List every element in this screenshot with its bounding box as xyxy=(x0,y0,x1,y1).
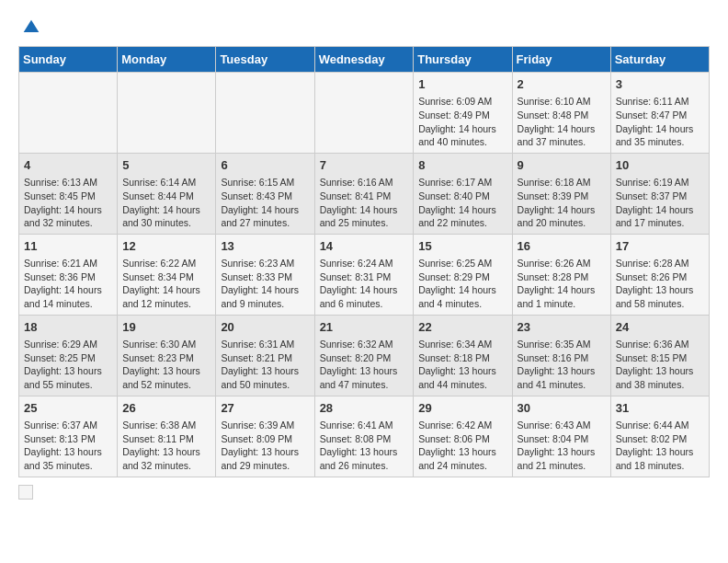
day-number: 4 xyxy=(24,157,112,174)
day-info: Sunrise: 6:28 AM Sunset: 8:26 PM Dayligh… xyxy=(616,257,704,311)
day-number: 26 xyxy=(122,400,210,417)
calendar-row-3: 18Sunrise: 6:29 AM Sunset: 8:25 PM Dayli… xyxy=(19,315,710,396)
header-row: SundayMondayTuesdayWednesdayThursdayFrid… xyxy=(19,47,710,73)
calendar-cell: 28Sunrise: 6:41 AM Sunset: 8:08 PM Dayli… xyxy=(314,396,414,477)
day-info: Sunrise: 6:26 AM Sunset: 8:28 PM Dayligh… xyxy=(518,257,606,311)
day-info: Sunrise: 6:22 AM Sunset: 8:34 PM Dayligh… xyxy=(122,257,210,311)
calendar-table: SundayMondayTuesdayWednesdayThursdayFrid… xyxy=(18,46,710,477)
header-day-saturday: Saturday xyxy=(610,47,709,73)
day-info: Sunrise: 6:18 AM Sunset: 8:39 PM Dayligh… xyxy=(518,176,606,230)
header-day-thursday: Thursday xyxy=(414,47,512,73)
calendar-header: SundayMondayTuesdayWednesdayThursdayFrid… xyxy=(19,47,710,73)
calendar-cell: 29Sunrise: 6:42 AM Sunset: 8:06 PM Dayli… xyxy=(414,396,512,477)
day-info: Sunrise: 6:14 AM Sunset: 8:44 PM Dayligh… xyxy=(122,176,210,230)
day-number: 16 xyxy=(518,238,606,255)
day-info: Sunrise: 6:43 AM Sunset: 8:04 PM Dayligh… xyxy=(518,419,606,473)
svg-marker-0 xyxy=(24,20,40,32)
day-info: Sunrise: 6:44 AM Sunset: 8:02 PM Dayligh… xyxy=(616,419,704,473)
day-info: Sunrise: 6:09 AM Sunset: 8:49 PM Dayligh… xyxy=(418,95,506,149)
day-number: 20 xyxy=(221,319,309,336)
day-info: Sunrise: 6:23 AM Sunset: 8:33 PM Dayligh… xyxy=(221,257,309,311)
day-info: Sunrise: 6:32 AM Sunset: 8:20 PM Dayligh… xyxy=(320,338,409,392)
calendar-cell: 31Sunrise: 6:44 AM Sunset: 8:02 PM Dayli… xyxy=(610,396,709,477)
logo-icon xyxy=(22,18,40,37)
day-info: Sunrise: 6:39 AM Sunset: 8:09 PM Dayligh… xyxy=(221,419,309,473)
day-number: 1 xyxy=(418,76,506,93)
header-day-sunday: Sunday xyxy=(19,47,118,73)
day-number: 31 xyxy=(616,400,704,417)
day-info: Sunrise: 6:16 AM Sunset: 8:41 PM Dayligh… xyxy=(320,176,409,230)
day-number: 12 xyxy=(122,238,210,255)
calendar-row-4: 25Sunrise: 6:37 AM Sunset: 8:13 PM Dayli… xyxy=(19,396,710,477)
calendar-cell: 18Sunrise: 6:29 AM Sunset: 8:25 PM Dayli… xyxy=(19,315,118,396)
day-info: Sunrise: 6:10 AM Sunset: 8:48 PM Dayligh… xyxy=(518,95,606,149)
logo xyxy=(18,18,40,37)
day-info: Sunrise: 6:13 AM Sunset: 8:45 PM Dayligh… xyxy=(24,176,112,230)
calendar-cell: 8Sunrise: 6:17 AM Sunset: 8:40 PM Daylig… xyxy=(414,153,512,234)
calendar-cell: 20Sunrise: 6:31 AM Sunset: 8:21 PM Dayli… xyxy=(216,315,314,396)
day-number: 11 xyxy=(24,238,112,255)
calendar-cell xyxy=(216,73,314,154)
calendar-cell: 22Sunrise: 6:34 AM Sunset: 8:18 PM Dayli… xyxy=(414,315,512,396)
day-number: 21 xyxy=(320,319,409,336)
calendar-cell: 25Sunrise: 6:37 AM Sunset: 8:13 PM Dayli… xyxy=(19,396,118,477)
day-info: Sunrise: 6:36 AM Sunset: 8:15 PM Dayligh… xyxy=(616,338,704,392)
day-info: Sunrise: 6:41 AM Sunset: 8:08 PM Dayligh… xyxy=(320,419,409,473)
day-number: 10 xyxy=(616,157,704,174)
day-number: 29 xyxy=(418,400,506,417)
day-number: 24 xyxy=(616,319,704,336)
day-info: Sunrise: 6:19 AM Sunset: 8:37 PM Dayligh… xyxy=(616,176,704,230)
day-info: Sunrise: 6:34 AM Sunset: 8:18 PM Dayligh… xyxy=(418,338,506,392)
calendar-cell: 14Sunrise: 6:24 AM Sunset: 8:31 PM Dayli… xyxy=(314,234,414,315)
day-info: Sunrise: 6:24 AM Sunset: 8:31 PM Dayligh… xyxy=(320,257,409,311)
day-number: 18 xyxy=(24,319,112,336)
header-day-wednesday: Wednesday xyxy=(314,47,414,73)
calendar-cell: 10Sunrise: 6:19 AM Sunset: 8:37 PM Dayli… xyxy=(610,153,709,234)
calendar-cell: 24Sunrise: 6:36 AM Sunset: 8:15 PM Dayli… xyxy=(610,315,709,396)
day-info: Sunrise: 6:25 AM Sunset: 8:29 PM Dayligh… xyxy=(418,257,506,311)
header-day-monday: Monday xyxy=(118,47,216,73)
calendar-cell: 7Sunrise: 6:16 AM Sunset: 8:41 PM Daylig… xyxy=(314,153,414,234)
day-info: Sunrise: 6:31 AM Sunset: 8:21 PM Dayligh… xyxy=(221,338,309,392)
day-info: Sunrise: 6:29 AM Sunset: 8:25 PM Dayligh… xyxy=(24,338,112,392)
calendar-cell: 13Sunrise: 6:23 AM Sunset: 8:33 PM Dayli… xyxy=(216,234,314,315)
day-info: Sunrise: 6:17 AM Sunset: 8:40 PM Dayligh… xyxy=(418,176,506,230)
calendar-cell: 16Sunrise: 6:26 AM Sunset: 8:28 PM Dayli… xyxy=(512,234,610,315)
legend xyxy=(18,485,710,500)
day-number: 6 xyxy=(221,157,309,174)
day-info: Sunrise: 6:37 AM Sunset: 8:13 PM Dayligh… xyxy=(24,419,112,473)
day-number: 3 xyxy=(616,76,704,93)
calendar-cell: 17Sunrise: 6:28 AM Sunset: 8:26 PM Dayli… xyxy=(610,234,709,315)
day-number: 8 xyxy=(418,157,506,174)
calendar-cell xyxy=(19,73,118,154)
calendar-cell: 30Sunrise: 6:43 AM Sunset: 8:04 PM Dayli… xyxy=(512,396,610,477)
calendar-cell: 19Sunrise: 6:30 AM Sunset: 8:23 PM Dayli… xyxy=(118,315,216,396)
calendar-cell: 3Sunrise: 6:11 AM Sunset: 8:47 PM Daylig… xyxy=(610,73,709,154)
calendar-cell: 5Sunrise: 6:14 AM Sunset: 8:44 PM Daylig… xyxy=(118,153,216,234)
day-info: Sunrise: 6:30 AM Sunset: 8:23 PM Dayligh… xyxy=(122,338,210,392)
day-number: 17 xyxy=(616,238,704,255)
calendar-cell: 11Sunrise: 6:21 AM Sunset: 8:36 PM Dayli… xyxy=(19,234,118,315)
day-number: 7 xyxy=(320,157,409,174)
day-info: Sunrise: 6:21 AM Sunset: 8:36 PM Dayligh… xyxy=(24,257,112,311)
day-number: 25 xyxy=(24,400,112,417)
day-number: 14 xyxy=(320,238,409,255)
calendar-cell: 27Sunrise: 6:39 AM Sunset: 8:09 PM Dayli… xyxy=(216,396,314,477)
header-day-friday: Friday xyxy=(512,47,610,73)
day-info: Sunrise: 6:35 AM Sunset: 8:16 PM Dayligh… xyxy=(518,338,606,392)
day-number: 15 xyxy=(418,238,506,255)
calendar-cell: 6Sunrise: 6:15 AM Sunset: 8:43 PM Daylig… xyxy=(216,153,314,234)
day-info: Sunrise: 6:42 AM Sunset: 8:06 PM Dayligh… xyxy=(418,419,506,473)
day-number: 28 xyxy=(320,400,409,417)
day-info: Sunrise: 6:11 AM Sunset: 8:47 PM Dayligh… xyxy=(616,95,704,149)
day-number: 19 xyxy=(122,319,210,336)
page-header xyxy=(18,18,710,37)
day-info: Sunrise: 6:38 AM Sunset: 8:11 PM Dayligh… xyxy=(122,419,210,473)
calendar-cell: 9Sunrise: 6:18 AM Sunset: 8:39 PM Daylig… xyxy=(512,153,610,234)
header-day-tuesday: Tuesday xyxy=(216,47,314,73)
day-number: 23 xyxy=(518,319,606,336)
day-number: 13 xyxy=(221,238,309,255)
calendar-cell: 21Sunrise: 6:32 AM Sunset: 8:20 PM Dayli… xyxy=(314,315,414,396)
calendar-cell: 26Sunrise: 6:38 AM Sunset: 8:11 PM Dayli… xyxy=(118,396,216,477)
day-number: 2 xyxy=(518,76,606,93)
